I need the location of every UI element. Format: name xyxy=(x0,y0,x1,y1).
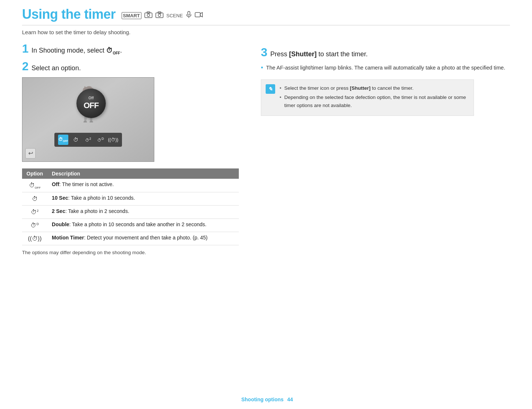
step2-row: 2 Select an option. xyxy=(22,60,239,72)
note-box: ✎ Select the timer icon or press [Shutte… xyxy=(261,79,474,116)
opt-desc-2sec: 2 Sec: Take a photo in 2 seconds. xyxy=(47,205,239,218)
table-row: ⏱ 10 Sec: Take a photo in 10 seconds. xyxy=(22,192,239,205)
step3-number: 3 xyxy=(261,46,267,58)
note-icon: ✎ xyxy=(266,84,275,94)
bullet-dot: • xyxy=(261,64,263,72)
footer-page-number: 44 xyxy=(287,396,293,402)
note-bullet-text-2: Depending on the selected face defection… xyxy=(284,93,468,109)
page-header: Using the timer SMART ▸ SCENE xyxy=(22,0,510,25)
opt-icon-double: ⏱D xyxy=(22,218,47,232)
opt-icon-2sec: ⏱2 xyxy=(22,205,47,218)
opt-icon-motion: ((⏱)) xyxy=(22,232,47,245)
options-table: Option Description ⏱OFF Off: The timer i… xyxy=(22,168,239,245)
table-row: ((⏱)) Motion Timer: Detect your movement… xyxy=(22,232,239,245)
svg-point-4 xyxy=(158,14,161,17)
note-bullet-text-1: Select the timer icon or press [Shutter]… xyxy=(284,84,414,92)
camera-ui-inner: 🧍 Off OFF ⏱OFF ⏱ xyxy=(22,78,154,161)
left-column: 1 In Shooting mode, select ⏱OFF. 2 Selec… xyxy=(22,43,239,255)
note-bullet-2: Depending on the selected face defection… xyxy=(280,93,468,109)
content-columns: 1 In Shooting mode, select ⏱OFF. 2 Selec… xyxy=(22,43,510,255)
dial-off-symbol: OFF xyxy=(84,101,99,110)
note-bullet-list: Select the timer icon or press [Shutter]… xyxy=(280,84,468,110)
timer-off-icon[interactable]: ⏱OFF xyxy=(58,135,68,145)
timer-motion-icon[interactable]: ((⏱)) xyxy=(108,135,118,145)
table-row: ⏱D Double: Take a photo in 10 seconds an… xyxy=(22,218,239,232)
svg-point-1 xyxy=(147,14,150,17)
svg-text:▸: ▸ xyxy=(161,12,162,14)
step3-text: Press [Shutter] to start the timer. xyxy=(270,50,368,58)
svg-rect-9 xyxy=(195,13,200,17)
timer-10sec-icon[interactable]: ⏱ xyxy=(71,135,81,145)
step2-number: 2 xyxy=(22,60,29,72)
page-footer: Shooting options 44 xyxy=(0,396,532,402)
timer-icons-row: ⏱OFF ⏱ ⏱2 ⏱D ((⏱)) xyxy=(54,133,122,147)
table-row: ⏱OFF Off: The timer is not active. xyxy=(22,179,239,192)
step1-text: In Shooting mode, select ⏱OFF. xyxy=(32,47,122,55)
camera-icon-2: ▸ xyxy=(155,11,163,20)
page-title: Using the timer xyxy=(22,7,116,22)
page-container: Using the timer SMART ▸ SCENE Learn how … xyxy=(0,0,532,409)
table-row: ⏱2 2 Sec: Take a photo in 2 seconds. xyxy=(22,205,239,218)
camera-icon-1 xyxy=(144,11,152,20)
svg-rect-3 xyxy=(156,13,163,18)
opt-desc-off: Off: The timer is not active. xyxy=(47,179,239,192)
col-option-header: Option xyxy=(22,168,47,179)
back-arrow[interactable]: ↩ xyxy=(25,148,36,159)
bullet-item: • The AF-assist light/timer lamp blinks.… xyxy=(261,64,510,72)
svg-rect-0 xyxy=(145,13,152,18)
right-column: 3 Press [Shutter] to start the timer. • … xyxy=(261,43,510,255)
bullet-text: The AF-assist light/timer lamp blinks. T… xyxy=(266,64,505,72)
dial-circle: Off OFF xyxy=(76,89,106,118)
svg-rect-7 xyxy=(188,11,190,15)
video-icon xyxy=(195,12,203,19)
mic-icon xyxy=(186,11,192,20)
footer-note: The options may differ depending on the … xyxy=(22,250,239,255)
opt-icon-10sec: ⏱ xyxy=(22,192,47,205)
smart-icon: SMART xyxy=(122,12,141,19)
step3-bullets: • The AF-assist light/timer lamp blinks.… xyxy=(261,64,510,72)
opt-desc-motion: Motion Timer: Detect your movement and t… xyxy=(47,232,239,245)
svg-rect-2 xyxy=(147,12,150,13)
opt-desc-double: Double: Take a photo in 10 seconds and t… xyxy=(47,218,239,232)
step3-header: 3 Press [Shutter] to start the timer. xyxy=(261,46,510,58)
note-bullet-1: Select the timer icon or press [Shutter]… xyxy=(280,84,468,92)
footer-label: Shooting options xyxy=(241,396,284,402)
opt-icon-off: ⏱OFF xyxy=(22,179,47,192)
step2-text: Select an option. xyxy=(32,64,81,72)
header-icons: SMART ▸ SCENE xyxy=(122,11,203,20)
step1-number: 1 xyxy=(22,43,29,54)
step1-row: 1 In Shooting mode, select ⏱OFF. xyxy=(22,43,239,55)
timer-2sec-icon[interactable]: ⏱2 xyxy=(83,135,93,145)
timer-double-icon[interactable]: ⏱D xyxy=(96,135,106,145)
svg-marker-10 xyxy=(200,13,202,17)
dial-off-label: Off xyxy=(89,96,94,100)
col-description-header: Description xyxy=(47,168,239,179)
opt-desc-10sec: 10 Sec: Take a photo in 10 seconds. xyxy=(47,192,239,205)
subtitle: Learn how to set the timer to delay shoo… xyxy=(22,29,510,35)
camera-ui: 🧍 Off OFF ⏱OFF ⏱ xyxy=(22,77,154,162)
scene-icon: SCENE xyxy=(166,13,183,18)
